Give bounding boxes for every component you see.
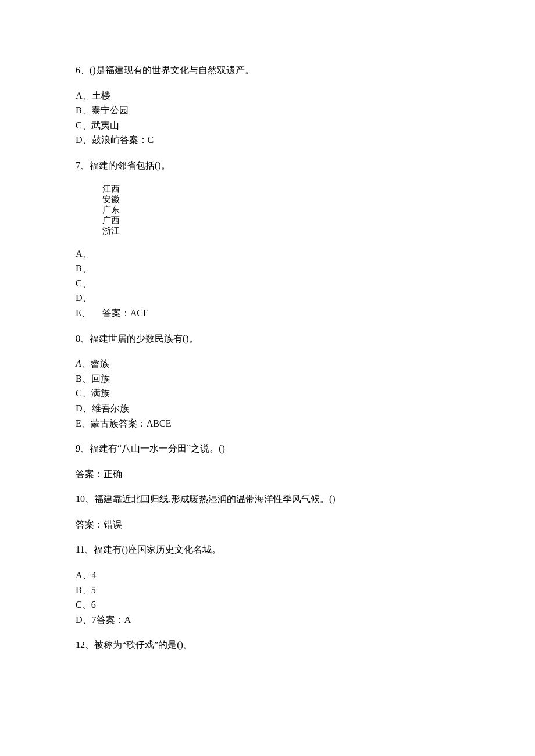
- q6-option-a: A、土楼: [76, 88, 459, 103]
- question-6-options: A、土楼 B、泰宁公园 C、武夷山 D、鼓浪屿答案：C: [76, 88, 459, 148]
- question-9-answer: 答案：正确: [76, 467, 459, 482]
- question-10-answer: 答案：错误: [76, 517, 459, 532]
- question-11-options: A、4 B、5 C、6 D、7答案：A: [76, 568, 459, 627]
- q8-option-a: A、畲族: [76, 356, 459, 371]
- q11-option-a: A、4: [76, 568, 459, 583]
- q8-option-a-letter: A: [76, 359, 81, 368]
- q6-option-c: C、武夷山: [76, 118, 459, 133]
- q7-option-a: A、: [76, 246, 459, 261]
- question-7-inset-list: 江西 安徽 广东 广西 浙江: [102, 184, 459, 236]
- q6-option-d-answer: D、鼓浪屿答案：C: [76, 132, 459, 148]
- q7-inset-4: 广西: [102, 215, 459, 225]
- question-7-letters: A、 B、 C、 D、 E、 答案：ACE: [76, 246, 459, 321]
- q7-inset-2: 安徽: [102, 194, 459, 205]
- question-11-stem: 11、福建有()座国家历史文化名城。: [76, 542, 459, 557]
- q7-inset-1: 江西: [102, 184, 459, 194]
- q11-option-d-answer: D、7答案：A: [76, 612, 459, 628]
- document-page: 6、()是福建现有的世界文化与自然双遗产。 A、土楼 B、泰宁公园 C、武夷山 …: [0, 0, 535, 756]
- q8-option-e-answer: E、蒙古族答案：ABCE: [76, 416, 459, 431]
- q8-option-c: C、满族: [76, 386, 459, 401]
- q7-option-b: B、: [76, 261, 459, 276]
- question-7-stem: 7、福建的邻省包括()。: [76, 158, 459, 173]
- q8-option-d: D、维吾尔族: [76, 401, 459, 416]
- q7-inset-3: 广东: [102, 205, 459, 215]
- q8-option-b: B、回族: [76, 371, 459, 386]
- q7-option-e-answer: E、 答案：ACE: [76, 306, 459, 321]
- q7-inset-5: 浙江: [102, 225, 459, 236]
- q11-option-c: C、6: [76, 597, 459, 612]
- q8-option-a-text: 、畲族: [81, 359, 109, 368]
- question-12-stem: 12、被称为“歌仔戏”的是()。: [76, 637, 459, 653]
- question-6-stem: 6、()是福建现有的世界文化与自然双遗产。: [76, 63, 459, 78]
- q6-option-b: B、泰宁公园: [76, 103, 459, 118]
- question-9-stem: 9、福建有“八山一水一分田”之说。(): [76, 441, 459, 456]
- question-8-stem: 8、福建世居的少数民族有()。: [76, 331, 459, 346]
- question-10-stem: 10、福建靠近北回归线,形成暖热湿润的温带海洋性季风气候。(): [76, 492, 459, 507]
- question-8-options: A、畲族 B、回族 C、满族 D、维吾尔族 E、蒙古族答案：ABCE: [76, 356, 459, 431]
- q7-option-c: C、: [76, 276, 459, 291]
- q7-option-d: D、: [76, 291, 459, 306]
- q11-option-b: B、5: [76, 583, 459, 598]
